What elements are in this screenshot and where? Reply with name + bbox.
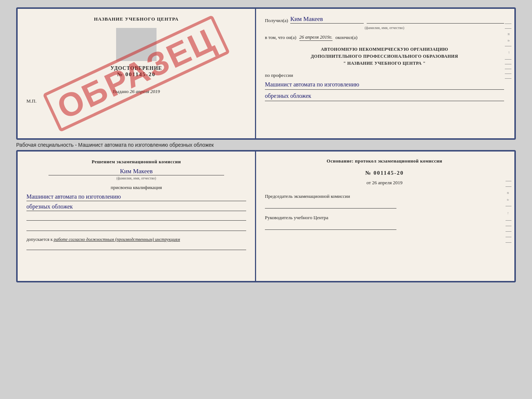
dash-line	[367, 23, 504, 24]
predsedatel-block: Председатель экзаменационной комиссии	[265, 193, 504, 209]
side-dash-7	[505, 74, 511, 74]
po-professii: по профессии	[265, 72, 504, 78]
org-line3: " НАЗВАНИЕ УЧЕБНОГО ЦЕНТРА "	[265, 60, 504, 67]
poluchil-label: Получил(а)	[265, 18, 288, 24]
bottom-certificate: Решением экзаменационной комиссии Ким Ма…	[16, 150, 516, 282]
side-dash-1	[505, 24, 511, 24]
rukovoditel-signature-line	[265, 223, 396, 230]
fio-sub-bottom: (фамилия, имя, отчество)	[26, 176, 246, 180]
side-dash-8	[505, 78, 511, 79]
bottom-cert-right: Основание: протокол экзаменационной коми…	[256, 152, 514, 281]
udostoverenie-block: УДОСТОВЕРЕНИЕ № 001145-20	[26, 65, 246, 78]
side-dash-2	[505, 28, 511, 29]
top-left-title: НАЗВАНИЕ УЧЕБНОГО ЦЕНТРА	[26, 16, 246, 22]
rsm-dash-6	[506, 231, 511, 232]
org-line2: ДОПОЛНИТЕЛЬНОГО ПРОФЕССИОНАЛЬНОГО ОБРАЗО…	[265, 53, 504, 60]
predsedatel-signature-line	[265, 202, 396, 209]
resheniem-label: Решением экзаменационной комиссии	[26, 159, 246, 165]
ot-prefix: от	[366, 180, 371, 185]
rukovoditel-block: Руководитель учебного Центра	[265, 214, 504, 230]
rsm-dash-4	[506, 220, 511, 221]
udostoverenie-label: УДОСТОВЕРЕНИЕ	[26, 65, 246, 71]
mp-line: М.П.	[26, 98, 246, 104]
vtom-date: 26 апреля 2019г.	[299, 34, 332, 41]
predsedatel-label: Председатель экзаменационной комиссии	[265, 193, 504, 200]
org-block: АВТОНОМНУЮ НЕКОММЕРЧЕСКУЮ ОРГАНИЗАЦИЮ ДО…	[265, 46, 504, 67]
side-letter-i: и	[505, 33, 511, 35]
vydano-label: Выдано	[113, 89, 129, 94]
kvalif-line1: Машинист автомата по изготовлению	[26, 193, 246, 201]
protocol-number: № 001145-20	[265, 170, 504, 176]
dopuskaetsya-text: допускается к работе согласно должностны…	[26, 236, 246, 243]
komissia-name: Ким Макеев	[48, 168, 224, 175]
top-cert-right: Получил(а) Ким Макеев (фамилия, имя, отч…	[256, 9, 514, 138]
poluchil-name: Ким Макеев	[290, 15, 364, 24]
rsm-i: и	[506, 192, 510, 194]
photo-placeholder	[116, 28, 157, 61]
side-letter-arrow: ←	[505, 51, 511, 55]
dopusk-text: работе согласно должностным (производств…	[54, 237, 180, 242]
side-dash-5	[505, 64, 511, 64]
empty-line-1	[26, 213, 246, 221]
document-wrapper: НАЗВАНИЕ УЧЕБНОГО ЦЕНТРА УДОСТОВЕРЕНИЕ №…	[16, 7, 516, 282]
specialty-label: Рабочая специальность - Машинист автомат…	[16, 140, 516, 150]
right-side-marks: и а ←	[506, 181, 511, 243]
org-line1: АВТОНОМНУЮ НЕКОММЕРЧЕСКУЮ ОРГАНИЗАЦИЮ	[265, 46, 504, 53]
top-cert-left: НАЗВАНИЕ УЧЕБНОГО ЦЕНТРА УДОСТОВЕРЕНИЕ №…	[18, 9, 256, 138]
side-dash-4	[505, 59, 511, 60]
side-letter-a: а	[505, 40, 511, 42]
profession-line2: обрезных обложек	[265, 92, 504, 101]
prisvoena-label: присвоена квалификация	[26, 185, 246, 190]
side-dash-6	[505, 69, 511, 69]
okonchil-label: окончил(а)	[335, 35, 357, 40]
profession-line1: Машинист автомата по изготовлению	[265, 81, 504, 90]
bottom-cert-left: Решением экзаменационной комиссии Ким Ма…	[18, 152, 256, 281]
rsm-dash-7	[506, 237, 511, 237]
rukovoditel-label: Руководитель учебного Центра	[265, 214, 504, 221]
rsm-dash-2	[506, 186, 511, 187]
rsm-dash-3	[506, 206, 511, 206]
ot-date: от 26 апреля 2019	[265, 180, 504, 186]
rsm-a: а	[506, 199, 510, 200]
vydano-line: Выдано 26 апреля 2019	[26, 89, 246, 95]
fio-sub-top: (фамилия, имя, отчество)	[265, 26, 504, 30]
rsm-arrow: ←	[506, 211, 510, 215]
dopusk-prefix: допускается к	[26, 237, 53, 242]
udostoverenie-number: № 001145-20	[26, 71, 246, 78]
empty-line-3	[26, 243, 246, 250]
ot-date-value: 26 апреля 2019	[372, 180, 403, 185]
osnovanie-label: Основание: протокол экзаменационной коми…	[265, 158, 504, 164]
poluchil-row: Получил(а) Ким Макеев	[265, 15, 504, 24]
side-dash-3	[505, 46, 511, 46]
empty-line-2	[26, 224, 246, 231]
top-certificate: НАЗВАНИЕ УЧЕБНОГО ЦЕНТРА УДОСТОВЕРЕНИЕ №…	[16, 7, 516, 140]
kvalif-line2: обрезных обложек	[26, 203, 246, 211]
rsm-dash-5	[506, 226, 511, 226]
rsm-dash-8	[506, 242, 511, 243]
vtom-row: в том, что он(а) 26 апреля 2019г. окончи…	[265, 34, 504, 41]
vtom-label: в том, что он(а)	[265, 35, 296, 40]
rsm-dash-1	[506, 181, 511, 181]
side-marks: и а ←	[505, 24, 511, 79]
vydano-date: 26 апреля 2019	[130, 89, 160, 94]
